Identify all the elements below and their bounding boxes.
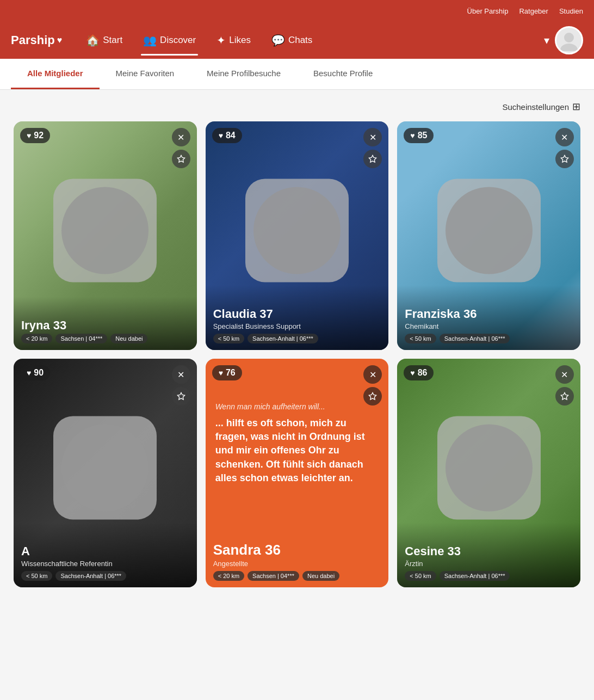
card-6[interactable]: ♥ 86✕Cesine 33Ärztin< 50 kmSachsen-Anhal… [397,359,580,587]
card-5-prompt-text: ... hilft es oft schon, mich zu fragen, … [215,416,379,485]
card-5-close-button[interactable]: ✕ [363,365,382,384]
heart-icon: ♥ [219,131,223,140]
likes-icon: ✦ [216,34,226,47]
star-icon [560,392,569,401]
card-2[interactable]: ♥ 84✕Claudia 37Specialist Business Suppo… [206,121,389,350]
star-icon [177,155,185,163]
tag-item: < 50 km [213,334,244,343]
card-3-tags: < 50 kmSachsen-Anhalt | 06*** [405,334,573,343]
card-3-score: ♥ 85 [404,128,434,143]
svg-marker-7 [561,392,568,400]
card-6-job: Ärztin [405,560,573,568]
close-icon: ✕ [561,132,568,143]
card-4-score: ♥ 90 [20,365,50,380]
member-tabs: Alle Mitglieder Meine Favoriten Meine Pr… [0,59,594,90]
card-3-job: Chemikant [405,322,573,330]
tag-item: < 50 km [405,334,436,343]
chats-icon: 💬 [271,34,285,47]
nav-item-start[interactable]: 🏠 Start [84,29,125,51]
card-1-score: ♥ 92 [20,128,50,143]
nav-item-discover[interactable]: 👥 Discover [141,29,198,51]
card-1[interactable]: ♥ 92✕Iryna 33< 20 kmSachsen | 04***Neu d… [14,121,197,350]
card-5-job: Angestellte [213,560,381,568]
cards-grid: ♥ 92✕Iryna 33< 20 kmSachsen | 04***Neu d… [14,121,580,587]
nav-label-discover: Discover [160,35,196,46]
card-3[interactable]: ♥ 85✕Franziska 36Chemikant< 50 kmSachsen… [397,121,580,350]
card-4-job: Wissenschaftliche Referentin [21,560,189,568]
search-settings-label: Sucheinstellungen [502,102,569,112]
card-1-favorite-button[interactable] [172,150,190,168]
logo-heart-icon: ♥ [57,35,63,45]
card-5[interactable]: ♥ 76✕Wenn man mich aufheitern will......… [206,359,389,587]
heart-icon: ♥ [219,369,223,377]
svg-marker-3 [369,155,376,162]
card-1-info: Iryna 33< 20 kmSachsen | 04***Neu dabei [14,297,197,350]
card-6-avatar [437,416,541,520]
card-3-close-button[interactable]: ✕ [555,128,574,146]
tag-item: < 20 km [213,571,244,581]
svg-marker-5 [177,392,184,400]
card-5-prompt-label: Wenn man mich aufheitern will... [215,402,379,411]
nav-label-start: Start [103,35,122,46]
card-6-info: Cesine 33Ärztin< 50 kmSachsen-Anhalt | 0… [397,523,580,587]
svg-marker-4 [561,155,568,162]
dropdown-icon[interactable]: ▾ [544,34,549,47]
card-6-name: Cesine 33 [405,544,573,558]
card-5-info: Sandra 36Angestellte< 20 kmSachsen | 04*… [206,520,389,587]
card-4-name: A [21,544,189,558]
home-icon: 🏠 [86,34,100,47]
card-2-tags: < 50 kmSachsen-Anhalt | 06*** [213,334,381,343]
tag-item: Sachsen-Anhalt | 06*** [440,334,510,343]
card-4-close-button[interactable]: ✕ [172,365,190,384]
topbar-links: Über Parship Ratgeber Studien [467,7,583,15]
close-icon: ✕ [177,132,184,143]
card-6-favorite-button[interactable] [555,387,574,406]
svg-marker-6 [369,392,376,400]
card-2-avatar [245,179,349,283]
filter-icon: ⊞ [572,101,580,113]
star-icon [368,392,377,401]
nav-item-likes[interactable]: ✦ Likes [214,29,253,51]
star-icon [368,155,377,163]
tab-meine-profilbesuche[interactable]: Meine Profilbesuche [190,59,297,89]
card-4-avatar [53,416,157,520]
heart-icon: ♥ [27,131,31,140]
tag-item: Sachsen-Anhalt | 06*** [55,571,126,581]
tab-meine-favoriten[interactable]: Meine Favoriten [100,59,191,89]
heart-icon: ♥ [410,131,414,140]
card-6-close-button[interactable]: ✕ [555,365,574,384]
card-3-info: Franziska 36Chemikant< 50 kmSachsen-Anha… [397,285,580,350]
tag-item: Sachsen | 04*** [55,334,107,343]
topbar-link-ratgeber[interactable]: Ratgeber [519,7,548,15]
nav-right: ▾ [544,26,583,54]
tag-item: Neu dabei [110,334,147,343]
tab-alle-mitglieder[interactable]: Alle Mitglieder [11,59,100,89]
logo[interactable]: Parship ♥ [11,33,62,47]
user-avatar[interactable] [555,26,583,54]
tag-item: Sachsen-Anhalt | 06*** [247,334,318,343]
svg-marker-2 [177,155,184,162]
card-2-name: Claudia 37 [213,307,381,321]
card-5-name: Sandra 36 [213,542,381,558]
close-icon: ✕ [177,370,184,380]
nav-label-chats: Chats [288,35,312,46]
card-1-tags: < 20 kmSachsen | 04***Neu dabei [21,334,189,343]
card-1-close-button[interactable]: ✕ [172,128,190,146]
tag-item: Sachsen-Anhalt | 06*** [440,571,510,581]
nav-item-chats[interactable]: 💬 Chats [269,29,314,51]
search-settings-bar: Sucheinstellungen ⊞ [14,101,580,113]
card-4-favorite-button[interactable] [172,387,190,406]
tag-item: Sachsen | 04*** [247,571,299,581]
svg-point-1 [560,44,578,51]
heart-icon: ♥ [27,369,31,377]
heart-icon: ♥ [410,369,414,377]
search-settings-button[interactable]: Sucheinstellungen ⊞ [502,101,580,113]
card-4[interactable]: ♥ 90✕AWissenschaftliche Referentin< 50 k… [14,359,197,587]
tab-besuchte-profile[interactable]: Besuchte Profile [297,59,389,89]
topbar-link-studien[interactable]: Studien [559,7,583,15]
topbar-link-ueber[interactable]: Über Parship [467,7,509,15]
tag-item: < 50 km [21,571,52,581]
card-3-favorite-button[interactable] [555,150,574,168]
main-navbar: Parship ♥ 🏠 Start 👥 Discover ✦ Likes 💬 C… [0,22,594,59]
card-3-avatar [437,179,541,283]
